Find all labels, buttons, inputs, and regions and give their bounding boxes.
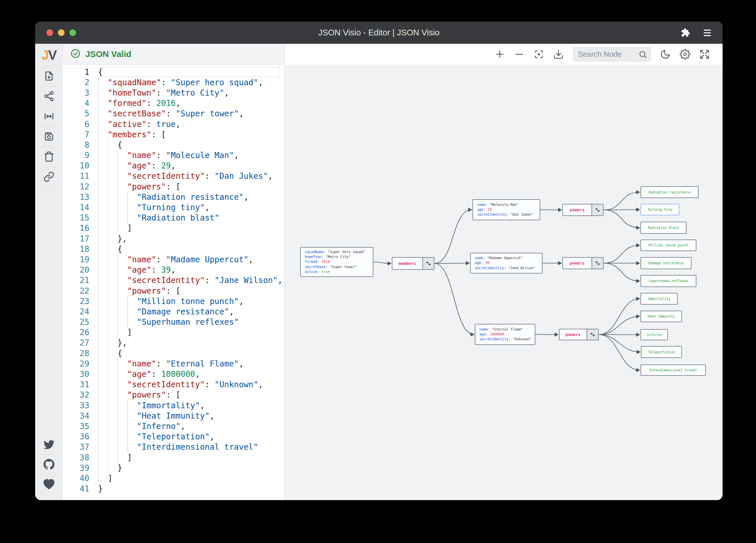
code-line[interactable]: 31 "secretIdentity": "Unknown", xyxy=(63,379,284,390)
save-button[interactable] xyxy=(35,127,63,147)
fullscreen-button[interactable] xyxy=(699,49,710,60)
code-line[interactable]: 5 "secretBase": "Super tower", xyxy=(63,109,284,119)
code-line[interactable]: 23 "Million tonne punch", xyxy=(63,296,284,306)
github-button[interactable] xyxy=(35,455,63,475)
graph-node-l9[interactable]: Inferno xyxy=(640,329,668,340)
dark-mode-button[interactable] xyxy=(660,49,671,60)
graph-node-l6[interactable]: Superhuman reflexes xyxy=(640,275,696,287)
graph-canvas[interactable]: squadName: "Super hero squad"homeTown: "… xyxy=(285,44,723,500)
zoom-out-button[interactable] xyxy=(514,49,525,60)
code-line[interactable]: 14 "Turning tiny", xyxy=(63,202,284,213)
graph-node-p3[interactable]: powers xyxy=(559,329,599,340)
code-line[interactable]: 22 "powers": [ xyxy=(63,285,284,296)
center-view-button[interactable] xyxy=(35,107,63,127)
focus-center-button[interactable] xyxy=(534,49,544,60)
code-line[interactable]: 11 "secretIdentity": "Dan Jukes", xyxy=(63,171,284,181)
graph-node-l2[interactable]: Turning tiny xyxy=(640,204,679,215)
code-line[interactable]: 33 "Immortality", xyxy=(63,400,284,410)
code-line[interactable]: 25 "Superhuman reflexes" xyxy=(63,317,284,327)
code-line[interactable]: 32 "powers": [ xyxy=(63,390,284,400)
graph-node-p1[interactable]: powers xyxy=(562,204,604,216)
graph-node-members[interactable]: members xyxy=(392,257,434,270)
code-line[interactable]: 1{ xyxy=(63,67,284,77)
zoom-in-button[interactable] xyxy=(494,49,505,60)
code-line[interactable]: 4 "formed": 2016, xyxy=(63,98,284,109)
graph-node-m3[interactable]: name: "Eternal Flame"age: 1000000secretI… xyxy=(475,324,535,345)
line-number: 39 xyxy=(63,463,98,473)
code-line[interactable]: 9 "name": "Molecule Man", xyxy=(63,150,284,161)
menu-icon[interactable] xyxy=(702,29,712,37)
code-line[interactable]: 39 } xyxy=(63,463,284,473)
graph-node-m1[interactable]: name: "Molecule Man"age: 29secretIdentit… xyxy=(473,199,540,220)
code-line[interactable]: 30 "age": 1000000, xyxy=(63,369,284,379)
graph-node-l5[interactable]: Damage resistance xyxy=(640,257,691,269)
new-document-button[interactable] xyxy=(35,67,63,86)
code-line[interactable]: 27 }, xyxy=(63,338,284,348)
search-node-input[interactable] xyxy=(577,50,638,59)
code-line[interactable]: 20 "age": 39, xyxy=(63,265,284,275)
code-line[interactable]: 40 ] xyxy=(63,473,284,483)
code-line[interactable]: 36 "Teleportation", xyxy=(63,432,284,442)
close-button[interactable] xyxy=(46,29,53,36)
extension-icon[interactable] xyxy=(681,28,690,37)
leaf-node-text: Damage resistance xyxy=(648,261,684,265)
code-line[interactable]: 38 ] xyxy=(63,452,284,463)
graph-node-l10[interactable]: Teleportation xyxy=(641,346,682,358)
code-line[interactable]: 41} xyxy=(63,484,284,494)
code-line[interactable]: 35 "Inferno", xyxy=(63,421,284,431)
graph-node-p2[interactable]: powers xyxy=(562,257,604,269)
code-line[interactable]: 13 "Radiation resistance", xyxy=(63,192,284,202)
graph-node-l11[interactable]: Interdimensional travel xyxy=(640,364,706,376)
settings-button[interactable] xyxy=(680,49,690,60)
node-row: name: "Molecule Man" xyxy=(477,203,536,207)
code-line[interactable]: 18 { xyxy=(63,244,284,254)
download-button[interactable] xyxy=(553,49,564,60)
code-area[interactable]: 1{2 "squadName": "Super hero squad",3 "h… xyxy=(63,65,284,500)
code-line[interactable]: 8 { xyxy=(63,140,284,150)
code-line[interactable]: 21 "secretIdentity": "Jane Wilson", xyxy=(63,275,284,285)
line-text: "members": [ xyxy=(98,130,166,139)
code-line[interactable]: 12 "powers": [ xyxy=(63,181,284,192)
sponsor-button[interactable] xyxy=(35,475,63,495)
node-label: powers xyxy=(560,329,587,340)
github-icon xyxy=(44,459,54,471)
line-text: "active": true, xyxy=(98,120,181,129)
code-line[interactable]: 7 "members": [ xyxy=(63,129,284,140)
code-line[interactable]: 19 "name": "Madame Uppercut", xyxy=(63,254,284,265)
code-line[interactable]: 6 "active": true, xyxy=(63,119,284,129)
collapse-node-button[interactable] xyxy=(422,258,434,269)
twitter-button[interactable] xyxy=(35,435,63,455)
graph-node-l4[interactable]: Million tonne punch xyxy=(640,240,696,251)
graph-node-m2[interactable]: name: "Madame Uppercut"age: 39secretIden… xyxy=(470,253,543,273)
zoom-button[interactable] xyxy=(69,29,76,36)
code-line[interactable]: 24 "Damage resistance", xyxy=(63,306,284,317)
code-line[interactable]: 37 "Interdimensional travel" xyxy=(63,442,284,452)
code-line[interactable]: 29 "name": "Eternal Flame", xyxy=(63,358,284,369)
line-number: 36 xyxy=(63,432,98,441)
code-line[interactable]: 3 "homeTown": "Metro City", xyxy=(63,88,284,98)
sidebar: JV xyxy=(35,44,63,500)
collapse-node-button[interactable] xyxy=(591,205,603,215)
graph-panel: squadName: "Super hero squad"homeTown: "… xyxy=(285,44,723,500)
code-line[interactable]: 28 { xyxy=(63,348,284,358)
leaf-node-text: Radiation blast xyxy=(648,226,679,230)
copy-link-button[interactable] xyxy=(35,167,63,187)
graph-node-l7[interactable]: Immortality xyxy=(640,293,678,304)
graph-node-l3[interactable]: Radiation blast xyxy=(640,222,687,234)
share-graph-button[interactable] xyxy=(35,87,63,107)
code-line[interactable]: 15 "Radiation blast" xyxy=(63,213,284,223)
code-line[interactable]: 34 "Heat Immunity", xyxy=(63,410,284,421)
graph-node-l8[interactable]: Heat Immunity xyxy=(640,311,682,322)
app-logo[interactable]: JV xyxy=(41,44,56,66)
collapse-node-button[interactable] xyxy=(587,329,598,340)
code-line[interactable]: 10 "age": 29, xyxy=(63,161,284,171)
code-line[interactable]: 26 ] xyxy=(63,327,284,338)
graph-node-l1[interactable]: Radiation resistance xyxy=(640,186,699,198)
code-line[interactable]: 2 "squadName": "Super hero squad", xyxy=(63,77,284,88)
delete-button[interactable] xyxy=(35,147,63,167)
code-line[interactable]: 16 ] xyxy=(63,223,284,234)
graph-node-root[interactable]: squadName: "Super hero squad"homeTown: "… xyxy=(300,247,373,277)
minimize-button[interactable] xyxy=(58,29,65,36)
collapse-node-button[interactable] xyxy=(591,258,603,269)
code-line[interactable]: 17 }, xyxy=(63,234,284,244)
